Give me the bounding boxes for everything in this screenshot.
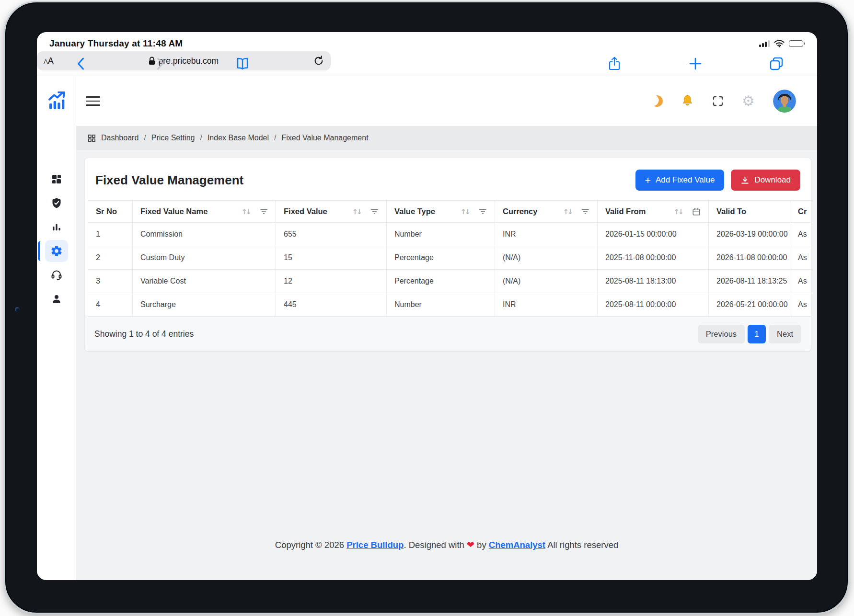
table-header-row: Sr No Fixed Value Name ↑↓ Fixed Value ↑↓… [88, 200, 811, 223]
download-button[interactable]: Download [731, 170, 800, 191]
sort-icon[interactable]: ↑↓ [563, 208, 572, 216]
breadcrumb-item-current: Fixed Value Management [281, 134, 368, 142]
sidebar-item-analytics[interactable] [45, 216, 68, 238]
entries-summary: Showing 1 to 4 of 4 entries [94, 329, 194, 339]
breadcrumb-separator: / [144, 134, 146, 142]
copyright-footer: Copyright © 2026 Price Buildup. Designed… [76, 530, 817, 580]
breadcrumb-item-dashboard[interactable]: Dashboard [101, 134, 138, 142]
sort-icon[interactable]: ↑↓ [674, 208, 682, 216]
page-1-button[interactable]: 1 [748, 325, 766, 343]
bar-chart-icon [51, 222, 62, 232]
sidebar-item-dashboard[interactable] [45, 168, 68, 190]
active-item-indicator [38, 241, 44, 261]
previous-page-button[interactable]: Previous [698, 325, 745, 343]
col-currency[interactable]: Currency ↑↓ [495, 200, 598, 223]
sidebar-item-support[interactable] [45, 264, 68, 286]
tablet-frame: January Thursday at 11:48 AM [4, 1, 849, 614]
cellular-signal-icon [759, 40, 770, 47]
fixed-value-card: Fixed Value Management + Add Fixed Value [84, 158, 811, 352]
settings-button[interactable]: ⚙ [742, 94, 755, 108]
filter-icon[interactable] [370, 208, 379, 215]
app-topbar: ⚙ [76, 76, 817, 126]
screen: January Thursday at 11:48 AM [37, 32, 817, 580]
fullscreen-button[interactable] [712, 95, 724, 107]
sidebar-item-users[interactable] [45, 288, 68, 310]
lock-icon [149, 57, 155, 65]
page-content: Fixed Value Management + Add Fixed Value [76, 150, 817, 580]
add-fixed-value-button[interactable]: + Add Fixed Value [635, 170, 725, 191]
sidebar [37, 76, 76, 580]
filter-icon[interactable] [581, 208, 589, 215]
filter-icon[interactable] [260, 208, 268, 215]
browser-toolbar: AA pre.pricebu.com [37, 51, 817, 76]
back-button[interactable] [77, 57, 84, 70]
table-row: 2Custom Duty 15Percentage (N/A)2025-11-0… [88, 246, 811, 270]
breadcrumb-item-index-base-model[interactable]: Index Base Model [208, 134, 269, 142]
col-valid-from[interactable]: Valid From ↑↓ [598, 200, 709, 223]
table-row: 4Surcharge 445Number INR2025-08-11 00:00… [88, 293, 811, 317]
copyright-text: Copyright © 2026 [275, 540, 344, 550]
battery-icon [789, 40, 805, 47]
status-datetime: January Thursday at 11:48 AM [49, 38, 183, 49]
share-button[interactable] [608, 57, 621, 71]
front-camera [15, 307, 20, 312]
data-table: Sr No Fixed Value Name ↑↓ Fixed Value ↑↓… [88, 200, 811, 317]
table-row: 1Commission 655Number INR2026-01-15 00:0… [88, 223, 811, 246]
table-footer: Showing 1 to 4 of 4 entries Previous 1 N… [85, 317, 811, 351]
sort-icon[interactable]: ↑↓ [242, 208, 250, 216]
app-logo[interactable] [47, 76, 66, 126]
menu-toggle-button[interactable] [86, 96, 100, 106]
rights-text: All rights reserved [547, 540, 618, 550]
text-size-button[interactable]: AA [44, 56, 54, 66]
page-title: Fixed Value Management [95, 173, 243, 188]
dark-mode-toggle[interactable] [651, 95, 663, 107]
bookmarks-icon[interactable] [235, 57, 250, 70]
col-sr-no: Sr No [88, 200, 133, 223]
tabs-overview-button[interactable] [769, 57, 784, 71]
price-buildup-link[interactable]: Price Buildup [346, 540, 404, 550]
fullscreen-icon [712, 95, 724, 107]
notifications-button[interactable] [681, 94, 694, 108]
shield-check-icon [51, 197, 62, 209]
pagination: Previous 1 Next [698, 325, 801, 343]
col-valid-to[interactable]: Valid To [709, 200, 790, 223]
col-fixed-value-name[interactable]: Fixed Value Name ↑↓ [133, 200, 276, 223]
breadcrumb-separator: / [274, 134, 276, 142]
headset-icon [51, 269, 62, 281]
new-tab-button[interactable] [689, 57, 702, 70]
heart-icon: ❤ [467, 539, 474, 550]
moon-icon [649, 93, 665, 109]
url-text: pre.pricebu.com [159, 56, 219, 66]
dashboard-grid-icon [51, 173, 62, 185]
next-page-button[interactable]: Next [769, 325, 801, 343]
breadcrumb-grid-icon [88, 134, 96, 142]
breadcrumb-separator: / [200, 134, 202, 142]
col-fixed-value[interactable]: Fixed Value ↑↓ [276, 200, 387, 223]
sort-icon[interactable]: ↑↓ [352, 208, 361, 216]
breadcrumb-item-price-setting[interactable]: Price Setting [151, 134, 195, 142]
sidebar-item-security[interactable] [45, 192, 68, 214]
plus-icon: + [645, 175, 651, 185]
calendar-icon[interactable] [692, 207, 701, 216]
filter-icon[interactable] [479, 208, 487, 215]
table-row: 3Variable Cost 12Percentage (N/A)2025-08… [88, 270, 811, 293]
settings-gear-icon [50, 245, 63, 257]
status-bar: January Thursday at 11:48 AM [37, 32, 817, 51]
breadcrumb: Dashboard / Price Setting / Index Base M… [76, 126, 817, 150]
reload-button[interactable] [313, 56, 324, 66]
chemanalyst-link[interactable]: ChemAnalyst [489, 540, 545, 550]
wifi-icon [774, 40, 785, 47]
sort-icon[interactable]: ↑↓ [461, 208, 469, 216]
forward-button[interactable] [157, 57, 164, 70]
bell-icon [681, 94, 694, 108]
sidebar-item-settings[interactable] [45, 240, 68, 262]
user-avatar[interactable] [773, 90, 796, 113]
col-value-type[interactable]: Value Type ↑↓ [387, 200, 495, 223]
gear-icon: ⚙ [742, 94, 755, 108]
download-icon [740, 176, 750, 185]
person-icon [51, 294, 62, 304]
col-created[interactable]: Cr [790, 200, 811, 223]
